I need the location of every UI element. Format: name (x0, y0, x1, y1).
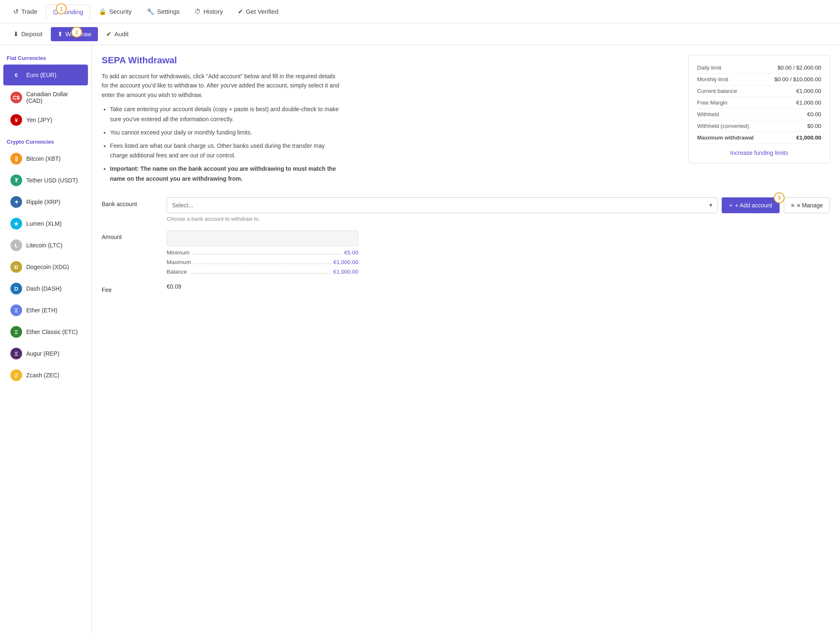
sidebar: Fiat Currencies € Euro (EUR) C$ Canadian… (0, 45, 92, 633)
info-row-withheld: Withheld €0.00 (697, 109, 821, 120)
main-layout: Fiat Currencies € Euro (EUR) C$ Canadian… (0, 45, 840, 633)
top-nav: ↺ Trade ⊡ Funding 🔒 Security 🔧 Settings … (0, 0, 840, 23)
etc-icon: Ξ (10, 326, 22, 338)
sidebar-item-cad[interactable]: C$ Canadian Dollar (CAD) (3, 86, 88, 109)
withdrawal-form: Bank account Select... ▼ 3 (102, 197, 830, 293)
eur-icon: € (10, 69, 22, 81)
nav-trade[interactable]: ↺ Trade (7, 5, 44, 19)
fee-value: €0.09 (167, 283, 181, 290)
ltc-icon: Ł (10, 239, 22, 251)
sidebar-item-eur[interactable]: € Euro (EUR) (3, 65, 88, 85)
sidebar-item-zec[interactable]: Z Zcash (ZEC) (3, 365, 88, 386)
sidebar-item-eth[interactable]: Ξ Ether (ETH) (3, 300, 88, 321)
trade-icon: ↺ (13, 8, 19, 15)
subnav-deposit[interactable]: ⬇ Deposit (7, 27, 49, 41)
bank-account-label: Bank account (102, 197, 160, 207)
badge-1: 1 (56, 3, 67, 14)
xrp-icon: ✦ (10, 196, 22, 208)
list-icon: ≡ (791, 202, 794, 209)
sidebar-item-usdt[interactable]: ₮ Tether USD (USDT) (3, 170, 88, 191)
lock-icon: 🔒 (99, 8, 107, 15)
badge-3: 3 (774, 192, 785, 203)
badge-2: 2 (71, 27, 82, 37)
balance-dots (190, 269, 331, 274)
sidebar-item-xdg[interactable]: Ð Dogecoin (XDG) (3, 257, 88, 277)
amount-row: Amount Minimum €5.00 Maximum €1,000.00 (102, 230, 830, 275)
sidebar-item-dash[interactable]: D Dash (DASH) (3, 278, 88, 299)
sidebar-item-xbt[interactable]: ₿ Bitcoin (XBT) (3, 148, 88, 169)
nav-get-verified[interactable]: ✔ Get Verified (231, 5, 285, 19)
zec-icon: Z (10, 369, 22, 381)
amount-label: Amount (102, 230, 160, 240)
jpy-icon: ¥ (10, 114, 22, 126)
cad-icon: C$ (10, 92, 22, 103)
info-row-free-margin: Free Margin €1,000.00 (697, 97, 821, 109)
nav-settings[interactable]: 🔧 Settings (140, 5, 186, 19)
bullet-1: Take care entering your account details … (110, 105, 343, 125)
plus-icon: + (729, 202, 732, 209)
add-account-button[interactable]: + + Add account (722, 197, 780, 213)
eth-icon: Ξ (10, 304, 22, 316)
sepa-description: To add an account for withdrawals, click… (102, 72, 343, 100)
clock-icon: ⏱ (195, 8, 201, 15)
xdg-icon: Ð (10, 261, 22, 273)
sidebar-item-jpy[interactable]: ¥ Yen (JPY) (3, 110, 88, 130)
manage-button[interactable]: ≡ ≡ Manage (784, 197, 830, 213)
upload-icon: ⬆ (58, 30, 63, 38)
maximum-dots (194, 259, 331, 264)
balance-row: Balance €1,000.00 (167, 269, 358, 275)
usdt-icon: ₮ (10, 174, 22, 186)
sepa-bullet-list: Take care entering your account details … (102, 105, 343, 184)
increase-funding-link[interactable]: Increase funding limits (697, 150, 821, 156)
amount-input[interactable] (167, 230, 358, 246)
check-icon: ✔ (238, 8, 243, 15)
maximum-row: Maximum €1,000.00 (167, 259, 358, 265)
fee-row: Fee €0.09 (102, 283, 830, 293)
fiat-section-title: Fiat Currencies (0, 52, 91, 64)
nav-history[interactable]: ⏱ History (188, 5, 230, 18)
bank-account-controls: Select... ▼ 3 + + Add account (167, 197, 830, 222)
bullet-3: Fees listed are what our bank charge us.… (110, 141, 343, 161)
wrench-icon: 🔧 (147, 8, 155, 15)
amount-controls: Minimum €5.00 Maximum €1,000.00 Balance … (167, 230, 830, 275)
minimum-row: Minimum €5.00 (167, 249, 358, 256)
sidebar-item-ltc[interactable]: Ł Litecoin (LTC) (3, 235, 88, 256)
info-row-balance: Current balance €1,000.00 (697, 85, 821, 97)
fee-label: Fee (102, 283, 160, 293)
sidebar-item-xrp[interactable]: ✦ Ripple (XRP) (3, 192, 88, 212)
sidebar-item-xlm[interactable]: ★ Lumen (XLM) (3, 213, 88, 234)
audit-check-icon: ✔ (106, 30, 112, 38)
bank-account-hint: Choose a bank account to withdraw to. (167, 216, 830, 222)
sub-nav: ⬇ Deposit ⬆ Withdraw ✔ Audit (0, 23, 840, 45)
bullet-4: Important: The name on the bank account … (110, 164, 343, 184)
nav-security[interactable]: 🔒 Security (92, 5, 138, 19)
sidebar-item-etc[interactable]: Ξ Ether Classic (ETC) (3, 321, 88, 342)
info-box: Daily limit $0.00 / $2,000.00 Monthly li… (688, 55, 830, 163)
dash-icon: D (10, 283, 22, 294)
bank-account-row: Bank account Select... ▼ 3 (102, 197, 830, 222)
bank-account-input-row: Select... ▼ 3 + + Add account (167, 197, 830, 213)
fee-controls: €0.09 (167, 283, 830, 290)
subnav-audit[interactable]: ✔ Audit (100, 27, 135, 41)
info-row-monthly: Monthly limit $0.00 / $10,000.00 (697, 74, 821, 85)
info-row-daily: Daily limit $0.00 / $2,000.00 (697, 62, 821, 74)
bank-account-select-wrapper: Select... ▼ (167, 197, 718, 213)
crypto-section-title: Crypto Currencies (0, 135, 91, 147)
download-icon: ⬇ (13, 30, 19, 38)
minimum-dots (192, 249, 342, 254)
rep-icon: Ξ (10, 348, 22, 359)
bullet-2: You cannot exceed your daily or monthly … (110, 128, 343, 138)
bank-account-select[interactable]: Select... (167, 197, 718, 213)
nav-funding[interactable]: ⊡ Funding (46, 5, 90, 20)
info-row-max-withdrawal: Maximum withdrawal €1,000.00 (697, 132, 821, 144)
info-row-withheld-converted: Withheld (converted) $0.00 (697, 120, 821, 132)
sidebar-item-rep[interactable]: Ξ Augur (REP) (3, 343, 88, 364)
xlm-icon: ★ (10, 218, 22, 229)
content-area: Daily limit $0.00 / $2,000.00 Monthly li… (92, 45, 840, 633)
btc-icon: ₿ (10, 153, 22, 164)
